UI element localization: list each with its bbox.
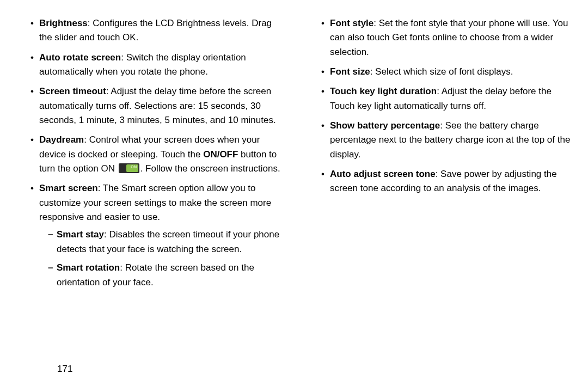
- subbullet-smart-stay: Smart stay: Disables the screen timeout …: [49, 228, 281, 256]
- smart-screen-sublist: Smart stay: Disables the screen timeout …: [39, 228, 281, 289]
- term-font-style: Font style: [330, 18, 373, 28]
- right-column: Font style: Set the font style that your…: [307, 16, 572, 295]
- bullet-battery-percentage: Show battery percentage: See the battery…: [323, 119, 572, 162]
- bullet-brightness: Brightness: Configures the LCD Brightnes…: [33, 16, 281, 45]
- toggle-on-icon: ON: [119, 163, 139, 173]
- onoff-label: ON/OFF: [203, 149, 238, 160]
- manual-page: Brightness: Configures the LCD Brightnes…: [0, 0, 588, 392]
- term-font-size: Font size: [330, 66, 370, 77]
- right-bullet-list: Font style: Set the font style that your…: [307, 16, 572, 196]
- left-bullet-list: Brightness: Configures the LCD Brightnes…: [16, 16, 281, 290]
- desc-font-size: : Select which size of font displays.: [370, 66, 513, 77]
- bullet-daydream: Daydream: Control what your screen does …: [33, 133, 281, 176]
- bullet-auto-adjust-tone: Auto adjust screen tone: Save power by a…: [323, 167, 572, 196]
- term-battery-percentage: Show battery percentage: [330, 120, 440, 131]
- term-smart-rotation: Smart rotation: [57, 262, 120, 273]
- bullet-font-style: Font style: Set the font style that your…: [323, 16, 572, 59]
- term-daydream: Daydream: [39, 134, 84, 145]
- term-touch-key-light: Touch key light duration: [330, 86, 437, 96]
- toggle-state-text: ON: [131, 164, 137, 170]
- subbullet-smart-rotation: Smart rotation: Rotate the screen based …: [49, 261, 281, 290]
- left-column: Brightness: Configures the LCD Brightnes…: [16, 16, 281, 295]
- page-number: 171: [57, 364, 72, 375]
- term-smart-stay: Smart stay: [57, 229, 104, 240]
- term-brightness: Brightness: [39, 18, 88, 28]
- bullet-screen-timeout: Screen timeout: Adjust the delay time be…: [33, 84, 281, 127]
- bullet-touch-key-light: Touch key light duration: Adjust the del…: [323, 84, 572, 113]
- desc-daydream-post: . Follow the onscreen instructions.: [140, 163, 280, 174]
- two-column-layout: Brightness: Configures the LCD Brightnes…: [0, 0, 588, 295]
- term-screen-timeout: Screen timeout: [39, 86, 106, 96]
- bullet-smart-screen: Smart screen: The Smart screen option al…: [33, 181, 281, 289]
- term-smart-screen: Smart screen: [39, 183, 98, 193]
- bullet-font-size: Font size: Select which size of font dis…: [323, 65, 572, 79]
- term-auto-rotate: Auto rotate screen: [39, 52, 121, 63]
- bullet-auto-rotate: Auto rotate screen: Switch the display o…: [33, 51, 281, 79]
- term-auto-adjust-tone: Auto adjust screen tone: [330, 169, 436, 179]
